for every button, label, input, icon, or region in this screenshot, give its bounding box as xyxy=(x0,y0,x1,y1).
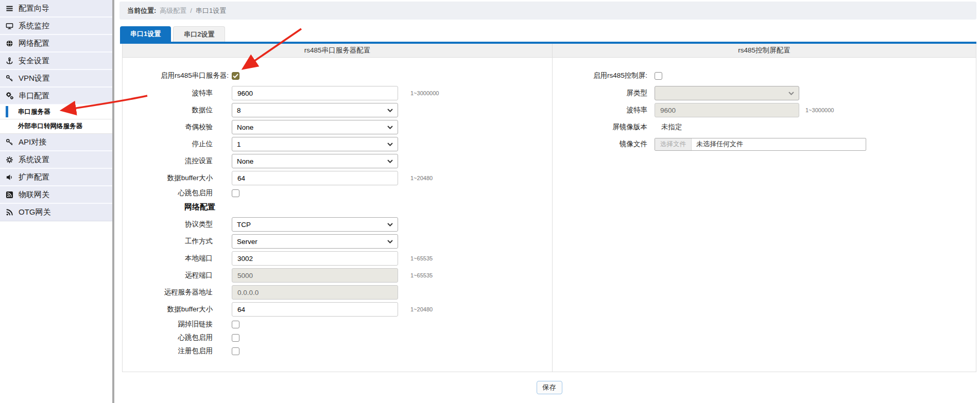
screen-mirror-version-value: 未指定 xyxy=(655,122,682,132)
sidebar-item-vpn-settings[interactable]: VPN设置 xyxy=(0,70,112,87)
sidebar-item-label: 系统监控 xyxy=(19,21,49,31)
screen-mirror-version-label: 屏镜像版本 xyxy=(553,122,655,132)
screen-type-select xyxy=(655,86,799,100)
work-mode-value: Server xyxy=(237,238,257,246)
work-mode-label: 工作方式 xyxy=(123,237,232,246)
flow-control-value: None xyxy=(237,157,253,165)
save-button[interactable]: 保存 xyxy=(537,381,562,394)
wizard-list-icon xyxy=(5,4,14,12)
tab-serial1-settings[interactable]: 串口1设置 xyxy=(120,26,171,42)
screen-baud-rate-input xyxy=(655,103,799,117)
data-buffer-size-hint: 1~20480 xyxy=(410,175,433,181)
enable-rs485-serial-server-label: 启用rs485串口服务器: xyxy=(123,71,232,80)
tab-bar: 串口1设置 串口2设置 xyxy=(120,26,225,42)
register-packet-enable-label: 注册包启用 xyxy=(123,346,232,356)
remote-port-hint: 1~65535 xyxy=(410,272,433,278)
enable-rs485-control-screen-checkbox[interactable] xyxy=(655,72,662,80)
stop-bits-select[interactable]: 1 xyxy=(232,137,398,151)
main-content: 当前位置: 高级配置 / 串口1设置 串口1设置 串口2设置 rs485串口服务… xyxy=(114,0,980,403)
network-data-buffer-size-input[interactable] xyxy=(232,302,398,317)
panel-headers: rs485串口服务器配置 rs485控制屏配置 xyxy=(123,44,976,58)
remote-server-address-label: 远程服务器地址 xyxy=(123,288,232,297)
chevron-down-icon xyxy=(387,240,393,243)
sidebar-subitem-external-serial-to-network[interactable]: 外部串口转网络服务器 xyxy=(0,119,112,134)
heartbeat-enable-label: 心跳包启用 xyxy=(123,188,232,198)
network-data-buffer-size-label: 数据buffer大小 xyxy=(123,305,232,314)
sidebar-item-system-monitor[interactable]: 系统监控 xyxy=(0,17,112,35)
choose-file-button: 选择文件 xyxy=(655,138,692,150)
kick-old-connection-checkbox[interactable] xyxy=(232,321,239,328)
network-config-section-title: 网络配置 xyxy=(184,202,552,213)
parity-label: 奇偶校验 xyxy=(123,122,232,132)
monitor-icon xyxy=(5,22,14,30)
breadcrumb-current: 串口1设置 xyxy=(196,6,226,15)
breadcrumb-parent-link[interactable]: 高级配置 xyxy=(160,6,186,15)
rs485-control-screen-panel-title: rs485控制屏配置 xyxy=(553,44,976,57)
sidebar-item-system-settings[interactable]: 系统设置 xyxy=(0,151,112,169)
flow-control-label: 流控设置 xyxy=(123,156,232,166)
enable-rs485-serial-server-checkbox[interactable] xyxy=(232,72,239,80)
sidebar-item-security-settings[interactable]: 安全设置 xyxy=(0,52,112,70)
sidebar-item-label: 物联网关 xyxy=(19,190,49,200)
chevron-down-icon xyxy=(387,143,393,146)
stop-bits-value: 1 xyxy=(237,141,241,148)
sidebar-item-iot-gateway[interactable]: 物联网关 xyxy=(0,186,112,204)
sidebar-item-label: 安全设置 xyxy=(19,56,49,66)
key-icon xyxy=(5,138,14,146)
data-bits-select[interactable]: 8 xyxy=(232,103,398,117)
sidebar-item-otg-gateway[interactable]: OTG网关 xyxy=(0,204,112,221)
settings-panel: rs485串口服务器配置 rs485控制屏配置 启用rs485串口服务器: 波特… xyxy=(122,44,976,372)
serial-config-page: 配置向导 系统监控 网络配置 安全设置 VPN设置 xyxy=(0,0,980,403)
baud-rate-hint: 1~3000000 xyxy=(410,90,439,96)
parity-select[interactable]: None xyxy=(232,120,398,134)
sidebar-item-label: VPN设置 xyxy=(19,74,50,83)
chevron-down-icon xyxy=(387,160,393,163)
chevron-down-icon xyxy=(387,223,393,226)
heartbeat-enable-checkbox[interactable] xyxy=(232,189,239,197)
data-buffer-size-input[interactable] xyxy=(232,171,398,185)
rss-square-icon xyxy=(5,190,14,199)
sidebar-item-serial-config[interactable]: 串口配置 xyxy=(0,87,112,105)
sidebar-item-api-docking[interactable]: API对接 xyxy=(0,134,112,151)
protocol-type-select[interactable]: TCP xyxy=(232,217,398,232)
kick-old-connection-label: 踢掉旧链接 xyxy=(123,320,232,329)
rs485-serial-server-form: 启用rs485串口服务器: 波特率 1~3000000 数据位 8 xyxy=(123,58,553,372)
remote-port-label: 远程端口 xyxy=(123,271,232,280)
tab-serial2-settings[interactable]: 串口2设置 xyxy=(173,26,225,42)
screen-type-label: 屏类型 xyxy=(553,89,655,98)
anchor-icon xyxy=(5,57,14,65)
gear-icon xyxy=(5,155,14,164)
sidebar-item-network-config[interactable]: 网络配置 xyxy=(0,35,112,52)
network-heartbeat-enable-checkbox[interactable] xyxy=(232,334,239,342)
sidebar-item-label: 网络配置 xyxy=(19,39,49,48)
sidebar-item-label: 扩声配置 xyxy=(19,172,49,182)
data-buffer-size-label: 数据buffer大小 xyxy=(123,173,232,183)
work-mode-select[interactable]: Server xyxy=(232,234,398,249)
data-bits-value: 8 xyxy=(237,107,241,114)
sidebar-item-config-wizard[interactable]: 配置向导 xyxy=(0,0,112,17)
rs485-serial-server-panel-title: rs485串口服务器配置 xyxy=(123,44,553,57)
mirror-file-input[interactable]: 选择文件 未选择任何文件 xyxy=(655,138,866,151)
sidebar-item-label: 配置向导 xyxy=(19,4,49,13)
baud-rate-input[interactable] xyxy=(232,86,398,100)
speaker-icon xyxy=(5,173,14,181)
flow-control-select[interactable]: None xyxy=(232,154,398,168)
gears-icon xyxy=(5,92,14,100)
register-packet-enable-checkbox[interactable] xyxy=(232,347,239,355)
sidebar-item-label: 串口配置 xyxy=(19,91,49,101)
sidebar-item-sound-config[interactable]: 扩声配置 xyxy=(0,169,112,186)
local-port-input[interactable] xyxy=(232,251,398,266)
sidebar-submenu-serial: 串口服务器 外部串口转网络服务器 xyxy=(0,105,112,134)
protocol-type-label: 协议类型 xyxy=(123,220,232,229)
network-heartbeat-enable-label: 心跳包启用 xyxy=(123,333,232,342)
remote-port-input xyxy=(232,268,398,283)
rss-icon xyxy=(5,208,14,217)
parity-value: None xyxy=(237,124,253,131)
protocol-type-value: TCP xyxy=(237,221,251,229)
sidebar-subitem-label: 串口服务器 xyxy=(18,108,50,116)
stop-bits-label: 停止位 xyxy=(123,139,232,149)
sidebar-subitem-serial-server[interactable]: 串口服务器 xyxy=(0,105,112,119)
key-icon xyxy=(5,74,14,82)
no-file-chosen-text: 未选择任何文件 xyxy=(692,139,743,149)
globe-icon xyxy=(5,39,14,47)
